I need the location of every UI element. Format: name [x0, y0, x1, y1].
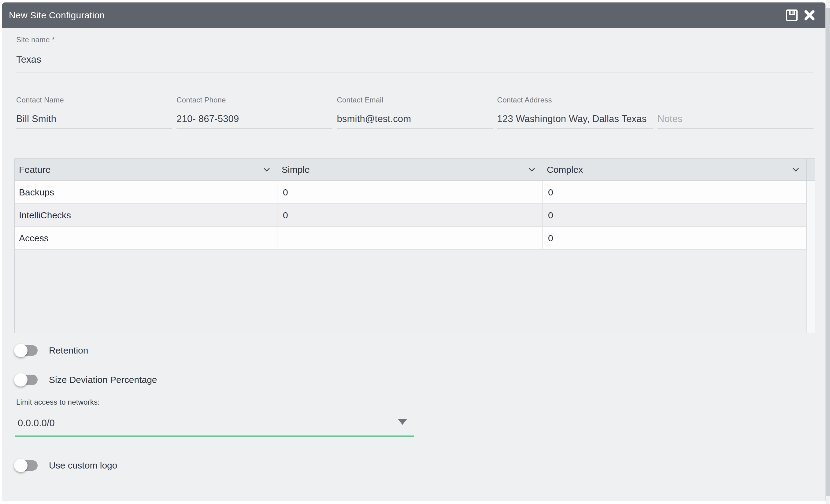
chevron-down-icon — [792, 167, 799, 172]
contact-address-input[interactable]: 123 Washington Way, Dallas Texas — [497, 114, 653, 129]
size-deviation-toggle[interactable] — [15, 375, 38, 385]
simple-value-cell[interactable]: 0 — [277, 204, 543, 226]
limit-networks-label: Limit access to networks: — [16, 398, 100, 406]
contact-email-input[interactable]: bsmith@test.com — [337, 114, 493, 129]
contact-phone-input[interactable]: 210- 867-5309 — [177, 114, 332, 129]
column-header-simple[interactable]: Simple — [277, 159, 543, 181]
contact-email-field: Contact Email bsmith@test.com — [337, 96, 493, 129]
complex-value-cell[interactable]: 0 — [543, 204, 806, 226]
dialog-titlebar: New Site Configuration — [2, 2, 825, 28]
simple-value-cell[interactable]: 0 — [277, 181, 543, 203]
table-scroll-gutter — [806, 181, 815, 333]
site-name-underline — [16, 72, 813, 72]
dialog-title: New Site Configuration — [2, 10, 104, 21]
toggle-knob — [14, 373, 28, 386]
close-icon — [803, 9, 816, 22]
custom-logo-label: Use custom logo — [49, 458, 117, 473]
save-icon — [785, 9, 798, 22]
notes-input[interactable]: Notes — [658, 114, 813, 129]
table-row-backups: Backups 0 0 — [15, 181, 806, 204]
site-name-label: Site name * — [16, 35, 813, 44]
notes-label — [658, 96, 813, 104]
table-row-access: Access 0 — [15, 227, 806, 250]
column-header-feature-label: Feature — [19, 164, 51, 175]
contact-phone-field: Contact Phone 210- 867-5309 — [177, 96, 332, 129]
table-row-intellichecks: IntelliChecks 0 0 — [15, 204, 806, 227]
scrollbar-thumb[interactable] — [826, 8, 830, 496]
network-select-underline — [15, 436, 414, 437]
site-name-block: Site name * Texas — [16, 35, 813, 72]
contact-address-label: Contact Address — [497, 96, 653, 104]
feature-cell: Backups — [15, 181, 277, 203]
notes-field: Notes — [658, 96, 813, 129]
contact-name-label: Contact Name — [16, 96, 172, 104]
size-deviation-label: Size Deviation Percentage — [49, 373, 157, 387]
column-header-simple-label: Simple — [282, 164, 310, 175]
feature-cell: Access — [15, 227, 277, 249]
dropdown-caret-icon[interactable] — [398, 419, 407, 425]
custom-logo-toggle[interactable] — [15, 460, 38, 471]
contact-name-input[interactable]: Bill Smith — [16, 114, 172, 129]
titlebar-buttons — [785, 8, 825, 22]
chevron-down-icon — [263, 167, 270, 172]
complex-value-cell[interactable]: 0 — [543, 181, 806, 203]
close-button[interactable] — [803, 8, 816, 22]
contact-name-field: Contact Name Bill Smith — [16, 96, 172, 129]
table-header-gutter — [806, 159, 815, 181]
column-header-complex[interactable]: Complex — [543, 159, 806, 181]
save-button[interactable] — [785, 8, 798, 22]
network-select-value[interactable]: 0.0.0.0/0 — [18, 418, 55, 429]
contact-address-field: Contact Address 123 Washington Way, Dall… — [497, 96, 653, 129]
feature-cell: IntelliChecks — [15, 204, 277, 226]
contact-phone-label: Contact Phone — [177, 96, 332, 104]
vertical-scrollbar[interactable] — [826, 0, 830, 504]
column-header-feature[interactable]: Feature — [15, 159, 277, 181]
toggle-knob — [14, 344, 28, 357]
site-name-input[interactable]: Texas — [16, 54, 813, 65]
complex-value-cell[interactable]: 0 — [543, 227, 806, 249]
new-site-configuration-dialog: New Site Configuration — [2, 2, 826, 501]
simple-value-cell[interactable] — [277, 227, 543, 249]
feature-table: Feature Simple Complex Backups 0 — [14, 158, 815, 333]
toggle-knob — [14, 459, 28, 472]
contact-fields-row: Contact Name Bill Smith Contact Phone 21… — [16, 96, 813, 129]
chevron-down-icon — [529, 167, 535, 172]
retention-toggle[interactable] — [15, 345, 38, 356]
contact-email-label: Contact Email — [337, 96, 493, 104]
retention-label: Retention — [49, 343, 88, 358]
column-header-complex-label: Complex — [547, 164, 583, 175]
feature-table-header: Feature Simple Complex — [15, 159, 815, 181]
